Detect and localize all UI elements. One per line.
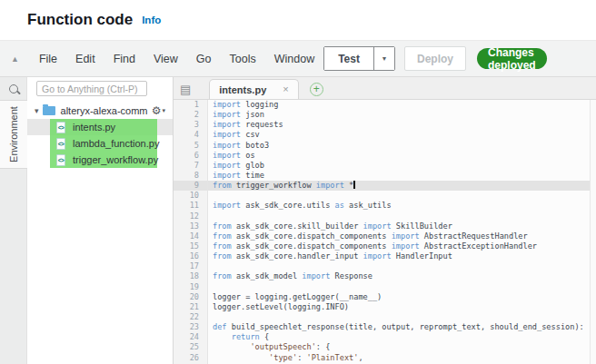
line-number: 22 (174, 312, 207, 322)
gear-icon: ⚙ (152, 104, 162, 117)
folder-name: alteryx-alexa-comm (61, 105, 148, 116)
code-line-4[interactable]: import csv (208, 130, 596, 140)
line-number: 12 (174, 212, 207, 221)
collapse-menu-icon[interactable]: ▲ (11, 54, 19, 64)
code-line-26[interactable]: 'type': 'PlainText', (208, 353, 596, 363)
menu-item-tools[interactable]: Tools (221, 53, 265, 65)
code-line-17[interactable] (208, 261, 596, 271)
editor-menubar: ▲ FileEditFindViewGoToolsWindow Test ▼ D… (0, 41, 596, 77)
code-line-25[interactable]: 'outputSpeech': { (208, 342, 596, 352)
menu-item-window[interactable]: Window (265, 53, 323, 65)
tab-close-icon[interactable]: × (283, 84, 288, 94)
search-icon (9, 84, 18, 93)
code-line-14[interactable]: from ask_sdk_core.dispatch_components im… (208, 231, 596, 241)
text-cursor (353, 181, 355, 189)
python-file-icon: <> (56, 138, 65, 150)
add-tab-button[interactable]: + (310, 83, 323, 96)
code-line-23[interactable]: def build_speechlet_response(title, outp… (208, 322, 596, 332)
line-number: 16 (174, 251, 207, 261)
line-number: 7 (174, 161, 207, 171)
line-number: 24 (174, 332, 207, 342)
line-number: 6 (174, 151, 207, 161)
test-dropdown-caret-icon[interactable]: ▼ (373, 47, 394, 70)
rail-search-button[interactable] (0, 77, 26, 100)
menu-item-go[interactable]: Go (187, 53, 221, 65)
line-number: 19 (174, 282, 207, 292)
file-name: intents.py (73, 122, 115, 133)
line-number: 10 (174, 191, 207, 201)
line-number: 9 (174, 181, 207, 191)
environment-tab-label: Environment (8, 106, 19, 162)
code-line-24[interactable]: return { (208, 332, 596, 342)
menu-item-find[interactable]: Find (104, 53, 144, 65)
file-name: lambda_function.py (73, 138, 159, 149)
tab-list-icon[interactable]: ▤ (180, 83, 191, 96)
left-rail: Environment (0, 77, 27, 364)
code-line-13[interactable]: from ask_sdk_core.skill_builder import S… (208, 221, 596, 231)
page-title: Function code (27, 11, 133, 29)
line-number: 3 (174, 120, 207, 130)
tab-intents-py[interactable]: intents.py × (209, 79, 298, 99)
tree-folder-row[interactable]: ▾ alteryx-alexa-comm ⚙ ▾ (27, 103, 173, 119)
code-line-21[interactable]: logger.setLevel(logging.INFO) (208, 302, 596, 312)
gear-caret-icon: ▾ (162, 107, 165, 114)
line-number: 15 (174, 241, 207, 251)
code-line-19[interactable] (208, 282, 596, 292)
code-line-9[interactable]: from trigger_workflow import * (208, 181, 596, 191)
deploy-button[interactable]: Deploy (404, 46, 466, 71)
menu-item-view[interactable]: View (144, 53, 187, 65)
tab-label: intents.py (219, 84, 266, 95)
code-line-15[interactable]: from ask_sdk_core.dispatch_components im… (208, 241, 596, 251)
line-number-gutter: 1234567891011121314151617181920212223242… (174, 100, 208, 364)
line-number: 18 (174, 271, 207, 281)
folder-icon (43, 106, 55, 115)
code-line-6[interactable]: import os (208, 151, 596, 161)
file-tree: ▾ alteryx-alexa-comm ⚙ ▾ <>intents.py<>l… (27, 100, 173, 364)
line-number: 8 (174, 171, 207, 181)
code-line-3[interactable]: import requests (208, 120, 596, 130)
editor-tabbar: ▤ intents.py × + (174, 77, 596, 100)
code-line-10[interactable] (208, 191, 596, 201)
tree-settings-button[interactable]: ⚙ ▾ (152, 104, 165, 117)
code-line-16[interactable]: from ask_sdk_core.handler_input import H… (208, 251, 596, 261)
menu-item-edit[interactable]: Edit (66, 53, 104, 65)
file-name: trigger_workflow.py (73, 154, 158, 165)
line-number: 21 (174, 302, 207, 312)
editor-scrollbar[interactable] (590, 100, 596, 364)
code-line-20[interactable]: logger = logging.getLogger(__name__) (208, 292, 596, 302)
menu-item-file[interactable]: File (30, 53, 66, 65)
file-tree-sidebar: ▾ alteryx-alexa-comm ⚙ ▾ <>intents.py<>l… (27, 77, 173, 364)
line-number: 4 (174, 130, 207, 140)
changes-deployed-badge: Changes deployed (477, 48, 547, 69)
code-lines: import loggingimport jsonimport requests… (208, 100, 596, 364)
tree-file-trigger_workflow-py[interactable]: <>trigger_workflow.py (27, 152, 173, 168)
code-area[interactable]: 1234567891011121314151617181920212223242… (174, 100, 596, 364)
sidebar-top (27, 77, 173, 100)
menu-items: FileEditFindViewGoToolsWindow (30, 53, 323, 65)
line-number: 23 (174, 322, 207, 332)
code-line-18[interactable]: from ask_sdk_model import Response (208, 271, 596, 281)
code-line-11[interactable]: import ask_sdk_core.utils as ask_utils (208, 201, 596, 211)
test-button[interactable]: Test (324, 47, 373, 70)
file-rows: <>intents.py<>lambda_function.py<>trigge… (27, 119, 173, 168)
goto-anything-input[interactable] (36, 81, 147, 96)
code-line-7[interactable]: import glob (208, 161, 596, 171)
tree-file-intents-py[interactable]: <>intents.py (27, 119, 173, 135)
code-line-5[interactable]: import boto3 (208, 141, 596, 151)
code-line-22[interactable] (208, 312, 596, 322)
info-link[interactable]: Info (142, 15, 161, 25)
code-line-12[interactable] (208, 212, 596, 221)
tree-file-lambda_function-py[interactable]: <>lambda_function.py (27, 135, 173, 152)
code-line-8[interactable]: import time (208, 171, 596, 181)
folder-expand-caret-icon[interactable]: ▾ (35, 106, 39, 115)
line-number: 25 (174, 342, 207, 352)
main-area: Environment ▾ alteryx-alexa-comm ⚙ ▾ <>i… (0, 77, 596, 364)
line-number: 14 (174, 231, 207, 241)
line-number: 2 (174, 110, 207, 120)
code-line-2[interactable]: import json (208, 110, 596, 120)
python-file-icon: <> (56, 122, 65, 133)
test-split-button: Test ▼ (323, 46, 395, 71)
environment-tab[interactable]: Environment (0, 100, 27, 169)
line-number: 1 (174, 100, 207, 110)
code-line-1[interactable]: import logging (208, 100, 596, 110)
